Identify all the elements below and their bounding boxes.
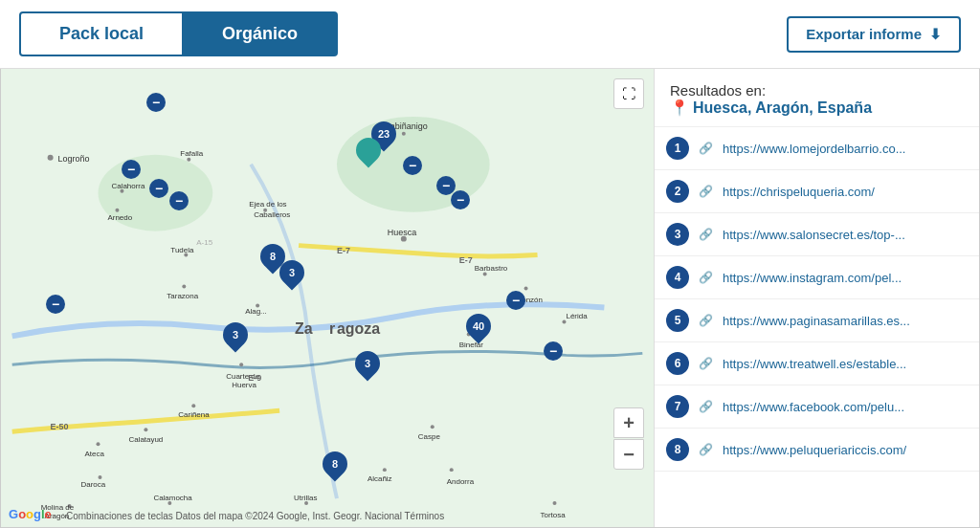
svg-text:Utrillas: Utrillas [294,494,317,502]
zoom-in-button[interactable]: + [613,407,644,438]
svg-point-3 [48,155,54,161]
results-location-text: Huesca, Aragón, España [693,99,872,117]
result-url: https://www.lomejordelbarrio.co... [723,142,905,156]
tab-organico-label: Orgánico [222,24,298,44]
results-list: 1🔗https://www.lomejordelbarrio.co...2🔗ht… [655,127,979,527]
svg-text:Tarazona: Tarazona [167,292,198,300]
external-link-icon: 🔗 [699,228,713,241]
svg-text:Ejea de los: Ejea de los [249,200,286,209]
result-item[interactable]: 7🔗https://www.facebook.com/pelu... [655,385,979,429]
map-pin-4[interactable]: − [169,191,189,210]
result-number: 2 [666,180,689,203]
location-pin-icon: 📍 [670,99,689,117]
external-link-icon: 🔗 [699,400,713,413]
svg-point-59 [553,501,557,505]
svg-text:Andorra: Andorra [447,477,475,486]
results-in-label: Resultados en: [670,82,766,99]
svg-text:Calatayud: Calatayud [128,435,163,444]
download-icon: ⬇ [929,26,942,43]
tab-pack-local[interactable]: Pack local [19,11,184,56]
map-pin-3c[interactable]: 3 [355,351,380,376]
map-pin-1[interactable]: − [146,93,166,112]
svg-text:E-50: E-50 [51,422,69,431]
map-pin-8b[interactable]: 8 [323,451,347,476]
svg-text:Barbastro: Barbastro [475,264,508,273]
result-url: https://www.peluqueriariccis.com/ [723,443,906,457]
svg-text:Lérida: Lérida [566,312,588,320]
map-pin-8l[interactable]: − [46,295,65,314]
results-header-title: Resultados en: [670,82,964,99]
svg-point-41 [402,132,406,136]
results-location: 📍 Huesca, Aragón, España [670,99,964,117]
svg-text:Alcañiz: Alcañiz [368,474,392,483]
map-pin-2[interactable]: − [122,160,141,179]
svg-text:Za: Za [295,320,313,337]
svg-text:Ateca: Ateca [85,450,105,458]
svg-text:Logroño: Logroño [58,154,90,164]
tab-pack-local-label: Pack local [59,24,144,44]
map-pin-7r[interactable]: − [451,190,470,209]
external-link-icon: 🔗 [699,271,713,284]
result-item[interactable]: 8🔗https://www.peluqueriariccis.com/ [655,429,979,472]
svg-point-28 [144,428,147,431]
svg-point-32 [99,475,102,479]
result-item[interactable]: 2🔗https://chrispeluqueria.com/ [655,170,979,213]
result-number: 4 [666,266,689,289]
svg-text:Tortosa: Tortosa [541,511,567,519]
svg-text:Huesca: Huesca [388,228,416,237]
map-pin-teal[interactable] [356,138,381,163]
map-pin-9r[interactable]: − [506,291,525,310]
result-number: 3 [666,223,689,246]
map-pin-40[interactable]: 40 [466,314,491,339]
svg-point-7 [115,209,119,212]
svg-point-9 [187,158,190,162]
svg-text:Tudela: Tudela [170,246,194,254]
svg-point-23 [239,363,243,366]
map-pin-5r[interactable]: − [403,156,422,175]
map-pin-3b[interactable]: 3 [223,322,248,347]
result-item[interactable]: 5🔗https://www.paginasamarillas.es... [655,299,979,342]
svg-text:Cariñena: Cariñena [178,410,210,419]
svg-text:E-7: E-7 [459,255,473,265]
result-item[interactable]: 3🔗https://www.salonsecret.es/top-... [655,213,979,256]
map-pin-3a[interactable]: 3 [279,260,304,285]
svg-text:A-15: A-15 [196,238,212,247]
svg-point-53 [431,425,434,429]
svg-text:agoza: agoza [337,320,380,337]
map-pin-10r[interactable]: − [544,341,563,361]
map-expand-button[interactable]: ⛶ [613,78,644,109]
result-url: https://www.instagram.com/pel... [723,271,902,285]
main-content: Logroño Calahorra Arnedo Fafalla Ejea de… [0,69,980,528]
map-footer-text: Combinaciones de teclas Datos del mapa ©… [66,511,444,521]
results-header: Resultados en: 📍 Huesca, Aragón, España [655,69,979,127]
result-url: https://www.treatwell.es/estable... [723,357,906,371]
svg-text:Caballeros: Caballeros [254,210,290,219]
result-number: 1 [666,137,689,160]
zoom-controls: + − [613,407,644,470]
svg-text:E-9: E-9 [248,373,261,383]
export-button[interactable]: Exportar informe ⬇ [787,16,961,53]
result-number: 5 [666,309,689,332]
result-number: 6 [666,352,689,375]
tab-organico[interactable]: Orgánico [184,11,338,56]
tabs-bar: Pack local Orgánico Exportar informe ⬇ [0,0,980,69]
result-number: 8 [666,438,689,461]
svg-text:Fafalla: Fafalla [180,149,203,158]
zoom-out-button[interactable]: − [613,439,644,470]
svg-point-16 [182,285,186,289]
map-pin-3[interactable]: − [149,179,168,198]
zoom-in-icon: + [623,412,635,434]
external-link-icon: 🔗 [699,357,713,370]
result-url: https://www.facebook.com/pelu... [723,400,904,414]
result-url: https://www.paginasamarillas.es... [723,314,910,328]
result-url: https://www.salonsecret.es/top-... [723,228,905,242]
result-item[interactable]: 4🔗https://www.instagram.com/pel... [655,256,979,299]
svg-text:E-7: E-7 [337,246,350,255]
result-item[interactable]: 1🔗https://www.lomejordelbarrio.co... [655,127,979,170]
expand-icon: ⛶ [622,86,635,101]
svg-text:Calamocha: Calamocha [153,494,192,502]
export-button-label: Exportar informe [806,26,922,42]
result-item[interactable]: 6🔗https://www.treatwell.es/estable... [655,342,979,385]
result-number: 7 [666,395,689,418]
google-logo: Google [9,507,52,521]
